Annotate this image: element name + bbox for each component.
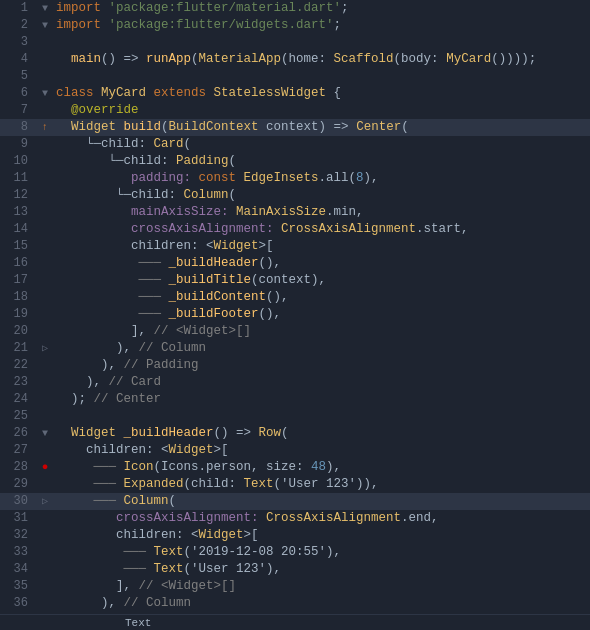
line-number: 35 [0,578,36,595]
gutter-icon[interactable]: ↑ [36,119,54,136]
line-number: 7 [0,102,36,119]
gutter-icon[interactable] [36,68,54,85]
gutter-icon[interactable]: ▼ [36,17,54,34]
code-line: 17 ─── _buildTitle(context), [0,272,590,289]
gutter-icon[interactable] [36,357,54,374]
gutter-icon[interactable]: ▷ [36,493,54,510]
gutter-icon[interactable] [36,272,54,289]
gutter-icon[interactable] [36,187,54,204]
gutter-icon[interactable] [36,102,54,119]
code-line: 20 ], // <Widget>[] [0,323,590,340]
gutter-icon[interactable] [36,374,54,391]
gutter-icon[interactable] [36,391,54,408]
gutter-icon[interactable] [36,34,54,51]
line-number: 21 [0,340,36,357]
gutter-icon[interactable]: ▼ [36,0,54,17]
line-content [54,68,590,85]
line-number: 11 [0,170,36,187]
line-content: ─── _buildTitle(context), [54,272,590,289]
code-area[interactable]: 1▼import 'package:flutter/material.dart'… [0,0,590,630]
line-content: mainAxisSize: MainAxisSize.min, [54,204,590,221]
code-line: 34 ─── Text('User 123'), [0,561,590,578]
gutter-icon[interactable] [36,170,54,187]
line-number: 34 [0,561,36,578]
code-line: 4 main() => runApp(MaterialApp(home: Sca… [0,51,590,68]
gutter-icon[interactable] [36,238,54,255]
gutter-icon[interactable] [36,578,54,595]
line-content: Widget _buildHeader() => Row( [54,425,590,442]
gutter-icon[interactable] [36,408,54,425]
line-number: 31 [0,510,36,527]
gutter-icon[interactable]: ▷ [36,340,54,357]
line-content: ─── _buildFooter(), [54,306,590,323]
code-line: 19 ─── _buildFooter(), [0,306,590,323]
code-line: 2▼import 'package:flutter/widgets.dart'; [0,17,590,34]
code-line: 29 ─── Expanded(child: Text('User 123'))… [0,476,590,493]
line-content: padding: const EdgeInsets.all(8), [54,170,590,187]
line-content: ─── Text('2019-12-08 20:55'), [54,544,590,561]
line-content: ), // Padding [54,357,590,374]
gutter-icon[interactable] [36,204,54,221]
code-line: 25 [0,408,590,425]
gutter-icon[interactable] [36,153,54,170]
code-line: 9 └─child: Card( [0,136,590,153]
gutter-icon[interactable] [36,323,54,340]
line-content: Widget build(BuildContext context) => Ce… [54,119,590,136]
line-number: 14 [0,221,36,238]
line-content: └─child: Column( [54,187,590,204]
gutter-icon[interactable]: ● [36,459,54,476]
line-content [54,34,590,51]
code-line: 35 ], // <Widget>[] [0,578,590,595]
line-number: 23 [0,374,36,391]
gutter-icon[interactable] [36,221,54,238]
line-content: children: <Widget>[ [54,527,590,544]
code-line: 21▷ ), // Column [0,340,590,357]
line-content [54,408,590,425]
line-number: 16 [0,255,36,272]
line-content: ─── _buildContent(), [54,289,590,306]
line-number: 26 [0,425,36,442]
line-number: 36 [0,595,36,612]
line-number: 5 [0,68,36,85]
line-number: 1 [0,0,36,17]
line-number: 4 [0,51,36,68]
code-line: 27 children: <Widget>[ [0,442,590,459]
gutter-icon[interactable] [36,136,54,153]
line-content: ─── Column( [54,493,590,510]
line-content: main() => runApp(MaterialApp(home: Scaff… [54,51,590,68]
gutter-icon[interactable] [36,306,54,323]
code-line: 1▼import 'package:flutter/material.dart'… [0,0,590,17]
code-line: 14 crossAxisAlignment: CrossAxisAlignmen… [0,221,590,238]
gutter-icon[interactable] [36,561,54,578]
gutter-icon[interactable]: ▼ [36,85,54,102]
line-number: 27 [0,442,36,459]
line-content: ], // <Widget>[] [54,578,590,595]
line-number: 2 [0,17,36,34]
gutter-icon[interactable] [36,442,54,459]
line-number: 15 [0,238,36,255]
gutter-icon[interactable]: ▼ [36,425,54,442]
gutter-icon[interactable] [36,527,54,544]
line-content: crossAxisAlignment: CrossAxisAlignment.e… [54,510,590,527]
gutter-icon[interactable] [36,595,54,612]
line-content: import 'package:flutter/material.dart'; [54,0,590,17]
line-content: import 'package:flutter/widgets.dart'; [54,17,590,34]
line-number: 8 [0,119,36,136]
code-line: 12 └─child: Column( [0,187,590,204]
line-number: 22 [0,357,36,374]
gutter-icon[interactable] [36,544,54,561]
line-content: ), // Column [54,595,590,612]
code-line: 11 padding: const EdgeInsets.all(8), [0,170,590,187]
line-number: 6 [0,85,36,102]
line-content: children: <Widget>[ [54,442,590,459]
code-line: 6▼class MyCard extends StatelessWidget { [0,85,590,102]
line-number: 33 [0,544,36,561]
gutter-icon[interactable] [36,51,54,68]
gutter-icon[interactable] [36,476,54,493]
line-content: ─── Expanded(child: Text('User 123')), [54,476,590,493]
gutter-icon[interactable] [36,289,54,306]
gutter-icon[interactable] [36,510,54,527]
gutter-icon[interactable] [36,255,54,272]
line-content: @override [54,102,590,119]
line-number: 25 [0,408,36,425]
